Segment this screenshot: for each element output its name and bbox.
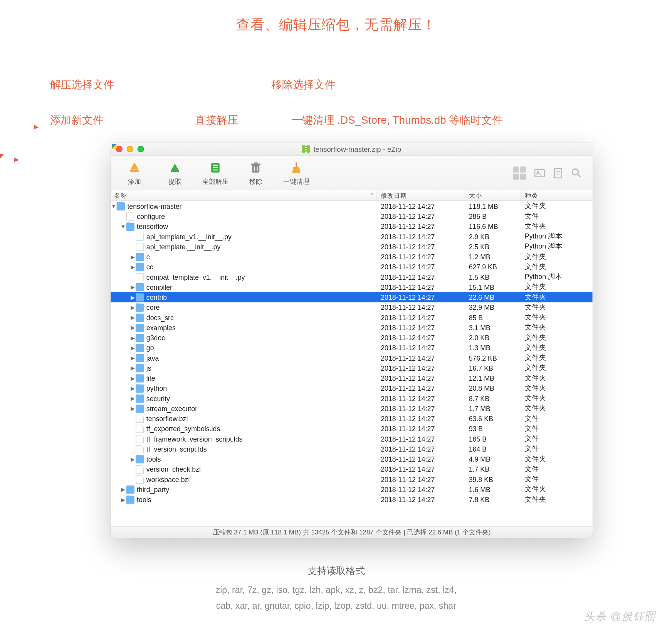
- python-icon: [136, 273, 144, 281]
- table-row[interactable]: tf_exported_symbols.lds2018-11-12 14:279…: [111, 423, 593, 433]
- table-row[interactable]: ▼tensorflow2018-11-12 14:27116.6 MB文件夹: [111, 221, 593, 231]
- header-size: 大小: [465, 190, 521, 200]
- archive-icon: [302, 145, 310, 153]
- folder-icon: [136, 374, 144, 382]
- hero-caption: 查看、编辑压缩包，无需解压！: [0, 0, 672, 49]
- header-kind: 种类: [521, 190, 593, 200]
- file-date: 2018-11-12 14:27: [377, 253, 465, 260]
- file-size: 1.7 KB: [465, 465, 521, 473]
- remove-button[interactable]: 移除: [235, 157, 276, 189]
- table-row[interactable]: ▶js2018-11-12 14:2716.7 KB文件夹: [111, 363, 593, 373]
- column-headers[interactable]: 名称^ 修改日期 大小 种类: [111, 190, 593, 201]
- disclosure-icon[interactable]: ▶: [130, 314, 136, 320]
- folder-icon: [136, 384, 144, 393]
- zoom-icon[interactable]: [138, 146, 144, 152]
- table-row[interactable]: ▶tools2018-11-12 14:274.9 MB文件夹: [111, 454, 593, 464]
- disclosure-icon[interactable]: ▶: [130, 264, 136, 270]
- extract-button[interactable]: 提取: [155, 157, 195, 189]
- file-size: 85 B: [465, 314, 521, 321]
- disclosure-icon[interactable]: ▶: [130, 405, 136, 411]
- disclosure-icon[interactable]: ▶: [130, 304, 136, 310]
- folder-icon: [136, 313, 144, 322]
- disclosure-icon[interactable]: ▶: [130, 456, 136, 462]
- file-kind: 文件夹: [521, 202, 593, 210]
- disclosure-icon[interactable]: ▼: [120, 223, 126, 229]
- disclosure-icon[interactable]: ▶: [130, 395, 136, 401]
- disclosure-icon[interactable]: ▶: [120, 496, 126, 502]
- search-icon[interactable]: [571, 168, 582, 178]
- table-row[interactable]: ▶java2018-11-12 14:27576.2 KB文件夹: [111, 353, 593, 363]
- folder-icon: [126, 485, 134, 494]
- extract-all-button[interactable]: 全部解压: [195, 157, 235, 189]
- table-row[interactable]: ▶compiler2018-11-12 14:2715.1 MB文件夹: [111, 282, 593, 292]
- table-row[interactable]: ▶examples2018-11-12 14:273.1 MB文件夹: [111, 323, 593, 333]
- disclosure-icon[interactable]: ▶: [120, 486, 126, 492]
- file-kind: 文件夹: [521, 404, 593, 413]
- svg-rect-7: [251, 163, 261, 165]
- file-kind: 文件夹: [521, 252, 593, 261]
- table-row[interactable]: configure2018-11-12 14:27285 B文件: [111, 211, 593, 221]
- table-row[interactable]: api_template.__init__.py2018-11-12 14:27…: [111, 242, 593, 252]
- svg-rect-5: [213, 169, 218, 170]
- table-row[interactable]: workspace.bzl2018-11-12 14:2739.8 KB文件: [111, 474, 593, 484]
- file-kind: 文件夹: [521, 343, 593, 352]
- table-row[interactable]: tf_framework_version_script.lds2018-11-1…: [111, 434, 593, 444]
- file-size: 627.9 KB: [465, 263, 521, 270]
- file-date: 2018-11-12 14:27: [377, 203, 465, 210]
- table-row[interactable]: ▶core2018-11-12 14:2732.9 MB文件夹: [111, 302, 593, 312]
- disclosure-icon[interactable]: ▶: [130, 345, 136, 351]
- close-icon[interactable]: [116, 146, 123, 152]
- table-row[interactable]: tf_version_script.lds2018-11-12 14:27164…: [111, 444, 593, 454]
- table-row[interactable]: ▶third_party2018-11-12 14:271.6 MB文件夹: [111, 484, 593, 494]
- disclosure-icon[interactable]: ▶: [130, 284, 136, 290]
- titlebar[interactable]: tensorflow-master.zip - eZip: [111, 143, 593, 156]
- cleanup-button[interactable]: 一键清理: [276, 157, 316, 189]
- disclosure-icon[interactable]: ▶: [130, 335, 136, 341]
- minimize-icon[interactable]: [127, 146, 133, 152]
- disclosure-icon[interactable]: ▶: [130, 385, 136, 391]
- table-row[interactable]: ▶c2018-11-12 14:271.2 MB文件夹: [111, 252, 593, 262]
- file-date: 2018-11-12 14:27: [377, 425, 465, 432]
- file-name: contrib: [146, 294, 167, 301]
- window-title: tensorflow-master.zip - eZip: [302, 145, 401, 153]
- add-button[interactable]: 添加: [114, 157, 155, 189]
- table-row[interactable]: tensorflow.bzl2018-11-12 14:2763.6 KB文件: [111, 413, 593, 423]
- file-date: 2018-11-12 14:27: [377, 243, 465, 250]
- file-name: security: [146, 395, 170, 402]
- file-name: c: [146, 253, 150, 260]
- disclosure-icon[interactable]: ▶: [130, 355, 136, 361]
- table-row[interactable]: ▶stream_executor2018-11-12 14:271.7 MB文件…: [111, 403, 593, 413]
- document-icon[interactable]: [553, 168, 563, 178]
- table-row[interactable]: api_template_v1.__init__.py2018-11-12 14…: [111, 232, 593, 242]
- svg-point-18: [572, 169, 578, 175]
- file-name: lite: [146, 375, 155, 382]
- table-row[interactable]: ▶g3doc2018-11-12 14:272.0 KB文件夹: [111, 333, 593, 343]
- table-row[interactable]: version_check.bzl2018-11-12 14:271.7 KB文…: [111, 464, 593, 474]
- disclosure-icon[interactable]: ▶: [130, 365, 136, 371]
- table-row[interactable]: ▶python2018-11-12 14:2720.8 MB文件夹: [111, 383, 593, 393]
- disclosure-icon[interactable]: ▼: [111, 203, 116, 209]
- table-row[interactable]: ▶security2018-11-12 14:278.7 KB文件夹: [111, 393, 593, 403]
- disclosure-icon[interactable]: ▶: [130, 375, 136, 381]
- table-row[interactable]: ▼tensorflow-master2018-11-12 14:27118.1 …: [111, 201, 593, 211]
- disclosure-icon[interactable]: ▶: [130, 294, 136, 300]
- disclosure-icon[interactable]: ▶: [130, 254, 136, 260]
- table-row[interactable]: ▶tools2018-11-12 14:277.8 KB文件夹: [111, 494, 593, 504]
- folder-icon: [126, 495, 134, 504]
- file-list[interactable]: ▼tensorflow-master2018-11-12 14:27118.1 …: [111, 201, 593, 526]
- disclosure-icon[interactable]: ▶: [130, 324, 136, 330]
- grid-view-icon[interactable]: [513, 166, 526, 180]
- folder-icon: [136, 252, 144, 261]
- file-kind: 文件夹: [521, 384, 593, 393]
- table-row[interactable]: ▶lite2018-11-12 14:2712.1 MB文件夹: [111, 373, 593, 383]
- gallery-icon[interactable]: [534, 168, 545, 178]
- table-row[interactable]: ▶cc2018-11-12 14:27627.9 KB文件夹: [111, 262, 593, 272]
- file-kind: 文件: [521, 424, 593, 433]
- table-row[interactable]: ▶contrib2018-11-12 14:2722.6 MB文件夹: [111, 292, 593, 302]
- table-row[interactable]: ▶go2018-11-12 14:271.3 MB文件夹: [111, 343, 593, 353]
- table-row[interactable]: ▶docs_src2018-11-12 14:2785 B文件夹: [111, 312, 593, 323]
- file-kind: 文件夹: [521, 394, 593, 403]
- table-row[interactable]: compat_template_v1.__init__.py2018-11-12…: [111, 272, 593, 282]
- file-kind: 文件夹: [521, 363, 593, 372]
- file-size: 1.7 MB: [465, 405, 521, 412]
